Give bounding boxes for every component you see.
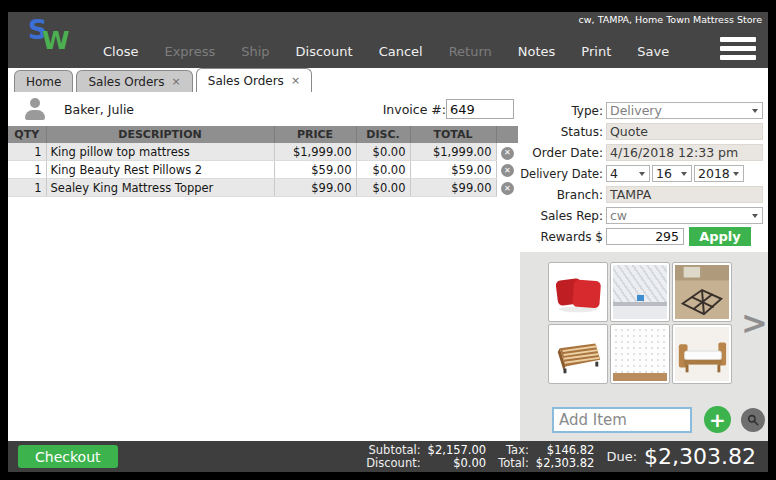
menu-notes[interactable]: Notes (505, 44, 569, 59)
account-label: cw, TAMPA, Home Town Mattress Store (579, 14, 762, 25)
rewards-input[interactable] (606, 228, 684, 245)
col-description: DESCRIPTION (46, 126, 274, 143)
search-icon (746, 413, 760, 427)
topbar: cw, TAMPA, Home Town Mattress Store S W … (8, 12, 768, 68)
status-field: Quote (606, 123, 763, 140)
tab-bar: Home Sales Orders × Sales Orders × (8, 68, 768, 92)
close-tab-icon[interactable]: × (291, 75, 300, 86)
tab-sales-orders-1[interactable]: Sales Orders × (76, 70, 192, 92)
customer-row: Baker, Julie Invoice #: (8, 92, 520, 126)
discount-value: $0.00 (428, 457, 487, 470)
white-mattress-corner[interactable] (610, 324, 670, 384)
col-total: TOTAL (410, 126, 496, 143)
totals-bar: Checkout Subtotal: $2,157.00 Discount: $… (8, 441, 768, 472)
search-item-button[interactable] (741, 408, 765, 432)
delete-row-icon[interactable]: ✕ (501, 164, 514, 177)
menu-express: Express (151, 44, 228, 59)
col-delete (496, 126, 518, 143)
cell-total: $1,999.00 (410, 143, 496, 161)
cell-description: King pillow top mattress (46, 143, 274, 161)
wood-daybed[interactable] (672, 324, 732, 384)
order-details-panel: Type: Delivery Status: Quote Order Date:… (520, 92, 768, 441)
invoice-input[interactable] (446, 99, 514, 119)
cell-disc: $0.00 (356, 143, 410, 161)
total-value: $2,303.82 (536, 457, 595, 470)
due-value: $2,303.82 (644, 444, 756, 469)
tab-home[interactable]: Home (14, 70, 73, 92)
totals-summary: Subtotal: $2,157.00 Discount: $0.00 Tax:… (366, 444, 756, 470)
branch-field: TAMPA (606, 186, 763, 203)
order-date-field: 4/16/2018 12:33 pm (606, 144, 763, 161)
col-price: PRICE (274, 126, 356, 143)
cell-disc: $0.00 (356, 161, 410, 179)
cell-qty: 1 (8, 161, 46, 179)
hamburger-menu-icon[interactable] (720, 33, 756, 60)
add-item-input[interactable] (552, 407, 692, 433)
content-area: Baker, Julie Invoice #: QTY DESCRIPTION … (8, 92, 768, 441)
tab-label: Sales Orders (208, 74, 284, 88)
discount-label: Discount: (366, 457, 420, 470)
order-items-table: QTY DESCRIPTION PRICE DISC. TOTAL 1 King… (8, 126, 518, 197)
tab-label: Sales Orders (88, 75, 164, 89)
order-details-form: Type: Delivery Status: Quote Order Date:… (520, 92, 768, 247)
sales-rep-label: Sales Rep: (520, 209, 606, 223)
close-tab-icon[interactable]: × (172, 76, 181, 87)
cell-disc: $0.00 (356, 179, 410, 197)
table-row[interactable]: 1 King pillow top mattress $1,999.00 $0.… (8, 143, 518, 161)
delivery-day-select[interactable]: 16 (652, 165, 692, 182)
cell-qty: 1 (8, 143, 46, 161)
table-row[interactable]: 1 King Beauty Rest Pillows 2 $59.00 $0.0… (8, 161, 518, 179)
apply-rewards-button[interactable]: Apply (689, 227, 751, 246)
menu-ship: Ship (228, 44, 282, 59)
type-select[interactable]: Delivery (606, 102, 763, 119)
col-qty: QTY (8, 126, 46, 143)
menu-close[interactable]: Close (90, 44, 151, 59)
red-throw-pillows[interactable] (548, 262, 608, 322)
total-label: Total: (498, 457, 529, 470)
add-item-row: + (552, 406, 768, 433)
add-item-button[interactable]: + (704, 406, 731, 433)
menu-save[interactable]: Save (624, 44, 682, 59)
status-label: Status: (520, 125, 606, 139)
menu-cancel[interactable]: Cancel (366, 44, 436, 59)
order-panel: Baker, Julie Invoice #: QTY DESCRIPTION … (8, 92, 520, 441)
cell-description: Sealey King Mattress Topper (46, 179, 274, 197)
sales-rep-select[interactable]: cw (606, 207, 763, 224)
delivery-year-select[interactable]: 2018 (694, 165, 744, 182)
product-media-section: > + (520, 252, 768, 441)
delete-row-icon[interactable]: ✕ (501, 182, 514, 195)
delete-row-icon[interactable]: ✕ (501, 147, 514, 160)
menu-discount[interactable]: Discount (283, 44, 366, 59)
cell-description: King Beauty Rest Pillows 2 (46, 161, 274, 179)
branch-label: Branch: (520, 188, 606, 202)
order-date-label: Order Date: (520, 146, 606, 160)
customer-name[interactable]: Baker, Julie (64, 102, 134, 117)
col-disc: DISC. (356, 126, 410, 143)
menu-print[interactable]: Print (568, 44, 624, 59)
type-label: Type: (520, 104, 606, 118)
metal-bed-frame[interactable] (672, 262, 732, 322)
table-header-row: QTY DESCRIPTION PRICE DISC. TOTAL (8, 126, 518, 143)
pillow-top-mattress-corner[interactable] (610, 262, 670, 322)
tax-label: Tax: (498, 444, 529, 457)
menu-return: Return (436, 44, 505, 59)
cell-price: $99.00 (274, 179, 356, 197)
checkout-button[interactable]: Checkout (18, 445, 118, 468)
tab-sales-orders-2[interactable]: Sales Orders × (196, 68, 312, 92)
main-menu: Close Express Ship Discount Cancel Retur… (90, 44, 682, 59)
cell-total: $59.00 (410, 161, 496, 179)
wood-slat-platform-bed[interactable] (548, 324, 608, 384)
cell-qty: 1 (8, 179, 46, 197)
invoice-label: Invoice #: (383, 102, 446, 117)
delivery-month-select[interactable]: 4 (606, 165, 650, 182)
customer-avatar-icon (22, 97, 48, 121)
tab-label: Home (26, 75, 61, 89)
next-products-icon[interactable]: > (741, 307, 768, 339)
cell-price: $59.00 (274, 161, 356, 179)
tax-value: $146.82 (536, 444, 595, 457)
delivery-date-label: Delivery Date: (520, 167, 606, 181)
cell-total: $99.00 (410, 179, 496, 197)
logo-letter-w: W (42, 26, 70, 55)
product-thumbnails (548, 262, 732, 384)
table-row[interactable]: 1 Sealey King Mattress Topper $99.00 $0.… (8, 179, 518, 197)
